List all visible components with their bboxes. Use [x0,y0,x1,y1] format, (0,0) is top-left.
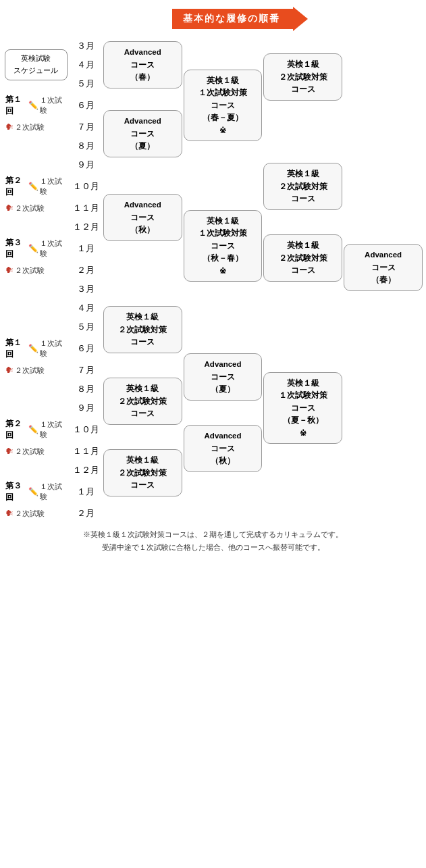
exam-type-1: １次試験 [40,482,66,502]
exam-round-1-second: 🗣 ２次試験 [4,122,68,132]
exam-round-1b-second: 🗣 ２次試験 [4,365,68,376]
exam-type-1: １次試験 [40,176,66,197]
month-cell: １１月 [70,199,103,218]
month-cell: ９月 [70,155,103,174]
pencil-icon: ✏️ [28,344,38,353]
pencil-icon: ✏️ [28,487,38,496]
month-cell: １月 [70,236,103,261]
advanced-card-autumn-1: Advancedコース（秋） [103,194,182,240]
exam-type-1: １次試験 [40,238,66,259]
table-row: 第３回 ✏️ １次試験 １月 [3,480,423,504]
advanced-card-summer-1: Advancedコース（夏） [103,110,182,157]
table-row: 英検試験 スケジュール ３月 Advancedコース（春） 英検１級１次試験対策… [3,36,423,55]
round-label: 第１回 [5,94,27,117]
arrow-head-icon [293,7,308,31]
advanced-card-summer-2: Advancedコース（夏） [184,353,263,400]
month-cell: ２月 [70,504,103,523]
month-cell: １０月 [70,417,103,442]
month-cell: ８月 [70,380,103,399]
exam-type-2: ２次試験 [15,265,45,276]
schedule-label-line1: 英検試験 [21,54,51,62]
person-icon: 🗣 [5,365,14,375]
pencil-icon: ✏️ [28,244,38,253]
exam-round-2b-first: 第２回 ✏️ １次試験 [4,418,68,441]
table-row: ５月 [3,317,423,336]
ikyu2-card-3: 英検１級２次試験対策コース [263,234,342,281]
pencil-icon: ✏️ [28,182,38,191]
month-cell: ８月 [70,136,103,155]
schedule-table: 英検試験 スケジュール ３月 Advancedコース（春） 英検１級１次試験対策… [3,36,423,523]
round-label: 第３回 [5,480,27,503]
ikyu2-card-5: 英検１級２次試験対策コース [103,378,182,424]
exam-round-1-first: 第１回 ✏️ １次試験 [4,94,68,117]
banner-text: 基本的な履修の順番 [172,9,294,29]
advanced-card-spring-2: Advancedコース（春） [344,244,423,290]
round-label: 第１回 [5,337,27,360]
exam-type-2: ２次試験 [15,365,45,376]
round-label: 第３回 [5,237,27,260]
table-row: 第２回 ✏️ １次試験 １０月 Advancedコース（秋） 英検１級１次試験対… [3,174,423,199]
ikyu2-card-2: 英検１級２次試験対策コース [263,163,342,209]
ikyu1-card-spring-summer: 英検１級１次試験対策コース（春－夏）※ [184,70,263,141]
schedule-label-line2: スケジュール [14,66,58,74]
exam-type-1: １次試験 [40,419,66,440]
footer-note-2: 受講中途で１次試験に合格した場合、他のコースへ振替可能です。 [7,541,419,554]
arrow-banner: 基本的な履修の順番 [172,7,308,31]
month-cell: ７月 [70,361,103,380]
pencil-icon: ✏️ [28,101,38,110]
month-cell: ５月 [70,317,103,336]
exam-type-1: １次試験 [40,338,66,359]
exam-round-3-second: 🗣 ２次試験 [4,265,68,276]
exam-round-2-first: 第２回 ✏️ １次試験 [4,175,68,198]
ikyu1-card-summer-autumn: 英検１級１次試験対策コース（夏－秋）※ [263,372,342,444]
month-cell: １１月 [70,442,103,461]
advanced-card-spring-1: Advancedコース（春） [103,41,182,88]
month-cell: ３月 [70,36,103,55]
round-label: 第２回 [5,418,27,441]
advanced-card-autumn-2: Advancedコース（秋） [184,425,263,471]
exam-round-3-first: 第３回 ✏️ １次試験 [4,237,68,260]
ikyu1-card-autumn-spring: 英検１級１次試験対策コース（秋－春）※ [184,210,263,282]
person-icon: 🗣 [5,265,14,275]
exam-type-2: ２次試験 [15,446,45,457]
footer-note-1: ※英検１級１次試験対策コースは、２期を通して完成するカリキュラムです。 [7,528,419,541]
month-cell: １０月 [70,174,103,199]
month-cell: ５月 [70,74,103,93]
exam-round-2-second: 🗣 ２次試験 [4,203,68,213]
ikyu2-card-1: 英検１級２次試験対策コース [263,53,342,100]
pencil-icon: ✏️ [28,425,38,434]
header-area: 基本的な履修の順番 [0,0,426,36]
exam-round-2b-second: 🗣 ２次試験 [4,446,68,457]
month-cell: １月 [70,480,103,504]
month-cell: ２月 [70,261,103,280]
exam-round-1b-first: 第１回 ✏️ １次試験 [4,337,68,360]
person-icon: 🗣 [5,509,14,518]
person-icon: 🗣 [5,122,14,132]
person-icon: 🗣 [5,446,14,456]
exam-type-2: ２次試験 [15,122,45,132]
month-cell: ９月 [70,399,103,417]
schedule-label-box: 英検試験 スケジュール [5,49,68,80]
month-cell: １２月 [70,218,103,236]
month-cell: ６月 [70,93,103,118]
exam-round-3b-first: 第３回 ✏️ １次試験 [4,480,68,503]
month-cell: ６月 [70,336,103,361]
ikyu2-card-4: 英検１級２次試験対策コース [103,306,182,353]
person-icon: 🗣 [5,203,14,213]
month-cell: ４月 [70,55,103,74]
exam-round-3b-second: 🗣 ２次試験 [4,509,68,519]
footer-notes: ※英検１級１次試験対策コースは、２期を通して完成するカリキュラムです。 受講中途… [0,528,426,561]
month-cell: １２月 [70,461,103,480]
ikyu2-card-6: 英検１級２次試験対策コース [103,449,182,496]
month-cell: ７月 [70,118,103,136]
table-row: 第２回 ✏️ １次試験 １０月 Advancedコース（秋） [3,417,423,442]
round-label: 第２回 [5,175,27,198]
table-row: 第１回 ✏️ １次試験 ６月 Advancedコース（夏） 英検１級１次試験対策… [3,336,423,361]
exam-type-2: ２次試験 [15,203,45,213]
exam-type-1: １次試験 [40,95,66,116]
exam-type-2: ２次試験 [15,509,45,519]
month-cell: ４月 [70,299,103,317]
month-cell: ３月 [70,280,103,299]
table-row: 🗣 ２次試験 ２月 [3,504,423,523]
